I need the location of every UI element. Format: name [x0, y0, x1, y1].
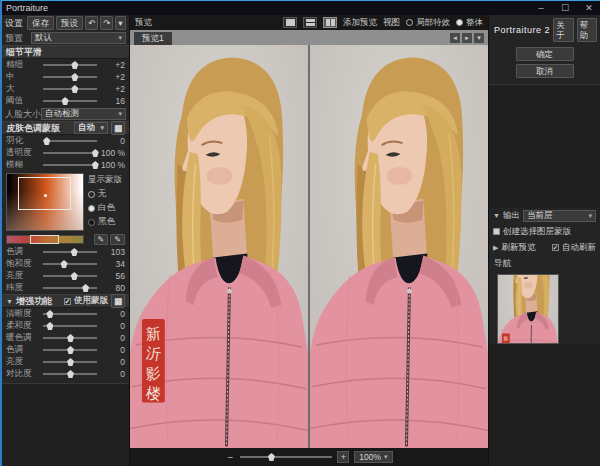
zoom-slider[interactable]: [240, 456, 332, 458]
slider-track[interactable]: [43, 140, 97, 142]
slider-handle[interactable]: [82, 284, 89, 292]
slider-handle[interactable]: [92, 161, 99, 169]
view-overall-radio[interactable]: 整体: [456, 17, 483, 29]
show-mask-none-radio[interactable]: 无: [88, 188, 122, 200]
add-preview-button[interactable]: 添加预览: [343, 17, 377, 29]
skin-tone-color-picker[interactable]: [6, 173, 84, 231]
show-mask-black-radio[interactable]: 黑色: [88, 216, 122, 228]
tab-prev-icon[interactable]: ◂: [450, 33, 460, 43]
tone-sliders: 色调103饱和度34亮度56纬度80: [2, 246, 129, 294]
slider-handle[interactable]: [92, 149, 99, 157]
redo-icon[interactable]: ↷: [100, 16, 113, 30]
slider-handle[interactable]: [71, 85, 78, 93]
preview-image-before[interactable]: 新沂影楼: [130, 45, 308, 448]
output-target-dropdown[interactable]: 当前层 ▾: [523, 210, 596, 222]
cancel-button[interactable]: 取消: [516, 64, 574, 78]
slider-track[interactable]: [43, 275, 97, 277]
slider-handle[interactable]: [67, 346, 74, 354]
about-button[interactable]: 关于: [553, 18, 573, 42]
views-button[interactable]: 视图: [383, 17, 400, 29]
slider-track[interactable]: [43, 263, 97, 265]
zoom-out-icon[interactable]: −: [225, 452, 235, 463]
view-local-radio[interactable]: 局部特效: [406, 17, 450, 29]
slider-track[interactable]: [43, 164, 97, 166]
slider-track[interactable]: [43, 337, 97, 339]
slider-value: 0: [101, 345, 125, 355]
slider-track[interactable]: [43, 152, 97, 154]
slider-track[interactable]: [43, 325, 97, 327]
slider-label: 柔和度: [6, 320, 39, 332]
slider-handle[interactable]: [71, 73, 78, 81]
expand-icon[interactable]: ▶: [493, 244, 498, 252]
navigator-thumbnail[interactable]: 新沂影楼: [497, 274, 559, 344]
enhance-grid-icon[interactable]: ▦: [111, 294, 125, 308]
slider-handle[interactable]: [71, 248, 78, 256]
collapse-icon[interactable]: ▼: [6, 298, 13, 305]
show-mask-white-radio[interactable]: 白色: [88, 202, 122, 214]
studio-watermark: 新沂影楼: [502, 333, 510, 343]
use-mask-checkbox[interactable]: ✓ 使用蒙版: [64, 295, 108, 307]
slider-handle[interactable]: [46, 310, 53, 318]
slider-label: 透明度: [6, 147, 39, 159]
slider-track[interactable]: [43, 361, 97, 363]
slider-track[interactable]: [43, 287, 97, 289]
slider-handle[interactable]: [46, 322, 53, 330]
zoom-in-icon[interactable]: +: [337, 451, 349, 463]
slider-handle[interactable]: [67, 334, 74, 342]
hue-selection[interactable]: [30, 235, 59, 244]
enhancements-header[interactable]: ▼ 增强功能 ✓ 使用蒙版 ▦: [2, 294, 129, 308]
slider-row: 透明度100 %: [2, 147, 129, 159]
slider-handle[interactable]: [61, 260, 68, 268]
slider-handle[interactable]: [67, 370, 74, 378]
layout-single-icon[interactable]: [283, 17, 297, 28]
slider-track[interactable]: [43, 76, 97, 78]
refresh-preview-label[interactable]: 刷新预览: [501, 242, 535, 254]
mask-mode-dropdown[interactable]: 自动 ▾: [74, 122, 108, 134]
slider-value: 100 %: [101, 160, 125, 170]
slider-track[interactable]: [43, 349, 97, 351]
slider-handle[interactable]: [71, 272, 78, 280]
maximize-button[interactable]: ☐: [558, 3, 572, 13]
slider-handle[interactable]: [71, 61, 78, 69]
slider-track[interactable]: [43, 100, 97, 102]
detail-smoothing-header[interactable]: 细节平滑: [2, 45, 129, 59]
auto-refresh-checkbox[interactable]: ✓ 自动刷新: [552, 242, 596, 254]
slider-track[interactable]: [43, 251, 97, 253]
settings-menu-button[interactable]: ▾: [115, 16, 125, 30]
undo-icon[interactable]: ↶: [85, 16, 98, 30]
zoom-slider-handle[interactable]: [268, 453, 275, 461]
slider-track[interactable]: [43, 64, 97, 66]
settings-panel: 设置 保存 预设 ↶ ↷ ▾ 预置 默认 ▾ 细节平滑 精细+2中+2大+2阈值…: [2, 15, 130, 466]
help-button[interactable]: 帮助: [577, 18, 597, 42]
save-button[interactable]: 保存: [27, 16, 54, 30]
slider-track[interactable]: [43, 313, 97, 315]
slider-track[interactable]: [43, 88, 97, 90]
close-button[interactable]: ✕: [582, 3, 596, 13]
mask-grid-icon[interactable]: ▦: [111, 121, 125, 135]
slider-handle[interactable]: [43, 137, 50, 145]
tab-preview-1[interactable]: 预览1: [134, 32, 172, 45]
slider-value: 0: [101, 321, 125, 331]
slider-label: 暖色调: [6, 332, 39, 344]
right-panel-bottom-empty: [489, 344, 600, 466]
minimize-button[interactable]: –: [534, 3, 548, 13]
preview-image-after[interactable]: [310, 45, 488, 448]
zoom-level-dropdown[interactable]: 100% ▾: [354, 451, 392, 463]
layout-vertical-split-icon[interactable]: [323, 17, 337, 28]
slider-track[interactable]: [43, 373, 97, 375]
preset-button[interactable]: 预设: [56, 16, 83, 30]
layout-horizontal-split-icon[interactable]: [303, 17, 317, 28]
ok-button[interactable]: 确定: [516, 47, 574, 61]
eyedropper-add-icon[interactable]: ✎: [110, 234, 125, 245]
preset-dropdown[interactable]: 默认 ▾: [31, 32, 126, 44]
face-size-dropdown[interactable]: 自动检测 ▾: [41, 108, 126, 120]
slider-handle[interactable]: [62, 97, 69, 105]
tab-next-icon[interactable]: ▸: [462, 33, 472, 43]
skin-mask-header[interactable]: 皮肤色调蒙版 自动 ▾ ▦: [2, 121, 129, 135]
tab-menu-icon[interactable]: ▾: [474, 33, 484, 43]
create-mask-checkbox[interactable]: 创建选择图层蒙版: [493, 226, 571, 238]
eyedropper-icon[interactable]: ✎: [94, 234, 109, 245]
collapse-icon[interactable]: ▼: [493, 212, 500, 219]
slider-handle[interactable]: [67, 358, 74, 366]
hue-strip[interactable]: [6, 235, 84, 244]
